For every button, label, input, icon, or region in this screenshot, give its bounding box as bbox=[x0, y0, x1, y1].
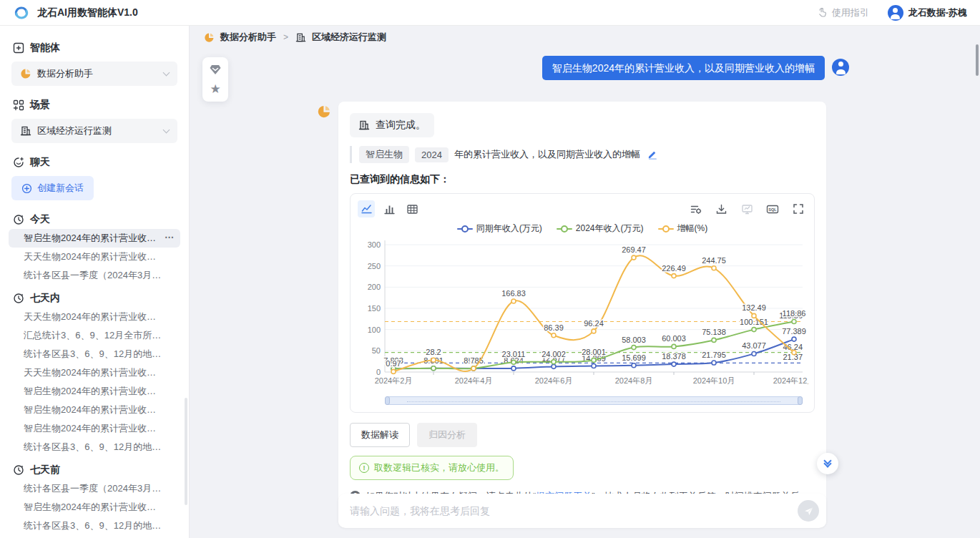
chat-input[interactable] bbox=[350, 505, 798, 517]
paper-plane-icon bbox=[803, 506, 814, 517]
history-list-item[interactable]: 统计各区县一季度（2024年3月）的地区生... bbox=[9, 479, 180, 498]
history-group-label: 今天 bbox=[30, 213, 50, 226]
svg-text:77.389: 77.389 bbox=[782, 327, 806, 336]
svg-text:96.24: 96.24 bbox=[584, 319, 604, 328]
line-chart-icon[interactable] bbox=[358, 200, 375, 217]
breadcrumb-agent[interactable]: 数据分析助手 bbox=[220, 31, 276, 44]
fullscreen-icon[interactable] bbox=[790, 200, 807, 217]
chat-icon bbox=[13, 157, 24, 168]
legend-item[interactable]: 增幅(%) bbox=[658, 222, 708, 235]
history-group-header: 七天内 bbox=[0, 285, 189, 308]
legend-item[interactable]: 同期年收入(万元) bbox=[457, 222, 542, 235]
pie-icon bbox=[20, 68, 31, 79]
scene-section-header: 场景 bbox=[0, 93, 189, 117]
slider-handle-right[interactable] bbox=[798, 396, 803, 405]
history-list-item[interactable]: 智启生物2024年的累计营业收入，以及同期... bbox=[9, 498, 180, 517]
svg-text:24.002: 24.002 bbox=[542, 350, 566, 358]
edit-query-button[interactable] bbox=[647, 150, 657, 160]
more-options-icon[interactable]: ⋯ bbox=[165, 232, 175, 243]
scene-select[interactable]: 区域经济运行监测 bbox=[11, 119, 177, 143]
chart-legend: 同期年收入(万元)2024年收入(万元)增幅(%) bbox=[358, 222, 807, 235]
clock-history-icon bbox=[13, 464, 24, 476]
chart-plot: 0501001502002503002024年2月2024年4月2024年6月2… bbox=[358, 236, 808, 392]
history-list-item[interactable]: 统计各区县3、6、9、12月的地区生产总值... bbox=[9, 345, 180, 363]
data-interpret-button[interactable]: 数据解读 bbox=[350, 423, 410, 447]
slider-preview bbox=[407, 401, 780, 402]
pie-icon bbox=[204, 32, 215, 43]
legend-marker-icon bbox=[557, 225, 572, 233]
history-list-item[interactable]: 统计各区县四个季度的地区生产总值。将季... bbox=[9, 535, 180, 538]
history-list-item[interactable]: 汇总统计3、6、9、12月全市所有区县的税... bbox=[9, 326, 180, 345]
send-button[interactable] bbox=[798, 500, 819, 522]
slider-handle-left[interactable] bbox=[385, 396, 390, 405]
query-rest-text: 年的累计营业收入，以及同期营业收入的增幅 bbox=[454, 148, 640, 161]
svg-text:132.49: 132.49 bbox=[742, 303, 766, 312]
preview-icon[interactable] bbox=[738, 200, 755, 217]
favorite-star-button[interactable]: ★ bbox=[208, 82, 222, 97]
scene-section-label: 场景 bbox=[30, 99, 50, 112]
filter-settings-icon[interactable] bbox=[687, 200, 704, 217]
attribution-analysis-button[interactable]: 归因分析 bbox=[417, 423, 477, 447]
history-list-item[interactable]: 统计各区县一季度（2024年3月）的地区生... bbox=[9, 266, 180, 285]
breadcrumb-scene[interactable]: 区域经济运行监测 bbox=[312, 31, 386, 44]
history-list-item[interactable]: 统计各区县3、6、9、12月的地区生产总值... bbox=[9, 438, 180, 456]
history-list-item[interactable]: 智启生物2024年的累计营业收入，以及同期... bbox=[9, 419, 180, 438]
table-icon[interactable] bbox=[403, 200, 421, 217]
chart-toolbar: SQL bbox=[358, 198, 807, 220]
svg-text:2024年8月: 2024年8月 bbox=[615, 376, 653, 385]
chevron-down-icon bbox=[163, 126, 170, 133]
pencil-icon bbox=[647, 150, 657, 160]
hand-click-icon bbox=[817, 7, 828, 18]
history-group-header: 今天 bbox=[0, 206, 189, 229]
app-logo-icon bbox=[13, 4, 30, 21]
history-list-item[interactable]: 天天生物2024年的累计营业收入，以及同期... bbox=[9, 363, 180, 382]
agent-select[interactable]: 数据分析助手 bbox=[11, 62, 177, 86]
query-chip: 2024 bbox=[415, 147, 449, 162]
result-intro: 已查询到的信息如下： bbox=[350, 173, 815, 186]
scroll-to-bottom-button[interactable] bbox=[817, 453, 838, 474]
breadcrumb-separator: > bbox=[282, 32, 290, 42]
history-list-item[interactable]: 天天生物2024年的累计营业收入，以及同期... bbox=[9, 308, 180, 326]
svg-text:86.39: 86.39 bbox=[544, 323, 564, 332]
gem-tag-button[interactable] bbox=[208, 62, 222, 77]
action-buttons-row: 数据解读 归因分析 bbox=[350, 423, 815, 447]
bar-chart-icon[interactable] bbox=[381, 200, 398, 217]
gem-icon bbox=[209, 63, 222, 76]
agent-select-value: 数据分析助手 bbox=[37, 67, 158, 80]
history-list-item[interactable]: 统计各区县3、6、9、12月的地区生产总值... bbox=[9, 517, 180, 535]
svg-text:28.2: 28.2 bbox=[426, 348, 441, 356]
assistant-avatar-icon bbox=[317, 104, 331, 119]
sidebar-scrollbar[interactable] bbox=[185, 398, 187, 505]
svg-text:21.795: 21.795 bbox=[702, 351, 726, 359]
user-account[interactable]: 龙石数据-苏槐 bbox=[888, 5, 967, 21]
history-list-item[interactable]: 智启生物2024年的累计营业收入，以及...⋯ bbox=[9, 229, 180, 248]
svg-text:2024年2月: 2024年2月 bbox=[375, 376, 413, 385]
new-chat-button[interactable]: 创建新会话 bbox=[11, 176, 94, 200]
legend-label: 增幅(%) bbox=[677, 222, 708, 235]
chart-datazoom-slider[interactable] bbox=[385, 396, 803, 405]
svg-text:300: 300 bbox=[368, 240, 381, 249]
plus-circle-icon bbox=[21, 183, 32, 194]
history-list-item[interactable]: 智启生物2024年的累计营业收入，以及同期... bbox=[9, 382, 180, 401]
building-icon bbox=[20, 125, 31, 137]
history-list-item[interactable]: 天天生物2024年的累计营业收入，以及同期... bbox=[9, 248, 180, 266]
download-icon[interactable] bbox=[712, 200, 730, 217]
svg-text:18.378: 18.378 bbox=[662, 352, 686, 361]
window-scrollbar[interactable] bbox=[976, 44, 979, 76]
legend-label: 同期年收入(万元) bbox=[476, 222, 542, 235]
svg-text:28.001: 28.001 bbox=[582, 348, 606, 356]
agent-section-header: 智能体 bbox=[0, 36, 189, 60]
sql-icon[interactable]: SQL bbox=[764, 200, 781, 217]
history-list-item[interactable]: 智启生物2024年的累计营业收入，以及同期... bbox=[9, 401, 180, 419]
top-header: 龙石AI用数智能体V1.0 使用指引 龙石数据-苏槐 bbox=[0, 0, 980, 26]
svg-text:46.24: 46.24 bbox=[783, 343, 803, 351]
legend-marker-icon bbox=[658, 225, 674, 233]
svg-text:2024年4月: 2024年4月 bbox=[455, 376, 493, 385]
query-chip: 智启生物 bbox=[359, 146, 409, 163]
chat-section-header: 聊天 bbox=[0, 150, 189, 175]
history-group-header: 七天前 bbox=[0, 456, 189, 479]
legend-item[interactable]: 2024年收入(万元) bbox=[557, 222, 644, 235]
usage-guide-button[interactable]: 使用指引 bbox=[817, 6, 869, 19]
assistant-message-card: 查询完成。 智启生物 2024 年的累计营业收入，以及同期营业收入的增幅 已查询… bbox=[338, 102, 826, 527]
svg-text:150: 150 bbox=[368, 304, 381, 313]
